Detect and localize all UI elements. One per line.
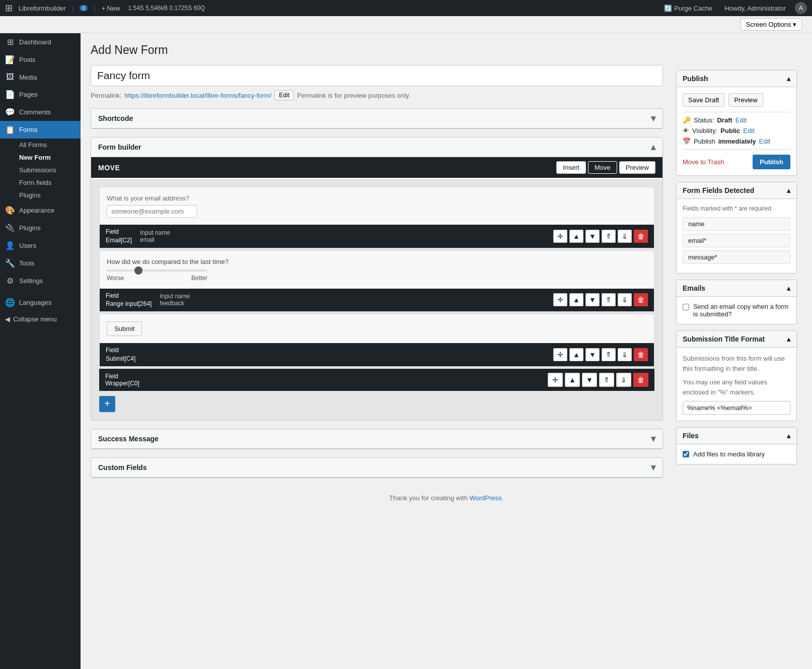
status-edit-link[interactable]: Edit: [735, 116, 747, 124]
email-delete-btn[interactable]: 🗑: [634, 230, 648, 243]
insert-button[interactable]: Insert: [556, 161, 586, 174]
sidebar-item-appearance[interactable]: 🎨 Appearance: [0, 202, 81, 219]
field-card-submit: Submit FieldSubmit[C4] ✛ ▲ ▼: [99, 314, 654, 367]
range-up-btn[interactable]: ▲: [569, 293, 583, 306]
files-header[interactable]: Files ▴: [677, 428, 796, 444]
wrapper-down-btn[interactable]: ▼: [582, 373, 597, 387]
submission-title-header[interactable]: Submission Title Format ▴: [677, 331, 796, 348]
sidebar-item-all-forms[interactable]: All Forms: [14, 139, 81, 151]
wp-logo-icon[interactable]: ⊞: [5, 3, 13, 14]
email-copy-checkbox[interactable]: [683, 304, 689, 310]
sidebar-item-new-form[interactable]: New Form: [14, 151, 81, 164]
email-up-btn[interactable]: ▲: [569, 230, 583, 243]
shortcode-title: Shortcode: [98, 114, 133, 122]
submit-top-btn[interactable]: ⇑: [602, 348, 616, 361]
custom-fields-title: Custom Fields: [98, 463, 146, 472]
range-top-btn[interactable]: ⇑: [602, 293, 616, 306]
submission-format-input[interactable]: [683, 401, 790, 415]
email-top-btn[interactable]: ⇑: [602, 230, 616, 243]
collapse-menu-btn[interactable]: ◀ Collapse menu: [0, 311, 81, 327]
add-field-button[interactable]: +: [99, 396, 115, 412]
range-delete-btn[interactable]: 🗑: [634, 293, 648, 306]
sidebar-item-settings[interactable]: ⚙ Settings: [0, 272, 81, 290]
sidebar-item-submissions[interactable]: Submissions: [14, 164, 81, 176]
email-move-btn[interactable]: ✛: [553, 230, 567, 243]
email-down-btn[interactable]: ▼: [585, 230, 600, 243]
move-button[interactable]: Move: [588, 161, 617, 174]
custom-fields-toggle-icon: ▾: [651, 462, 655, 473]
form-fields-detected-header[interactable]: Form Fields Detected ▴: [677, 182, 796, 199]
sidebar-label-forms: Forms: [19, 126, 38, 133]
sidebar-item-plugins[interactable]: 🔌 Plugins: [0, 219, 81, 237]
wrapper-top-btn[interactable]: ⇑: [599, 373, 614, 387]
sidebar-item-plugins-forms[interactable]: Plugins: [14, 189, 81, 202]
range-slider[interactable]: [107, 270, 207, 272]
sidebar-item-comments[interactable]: 💬 Comments: [0, 103, 81, 121]
sidebar-item-users[interactable]: 👤 Users: [0, 237, 81, 254]
sidebar-item-pages[interactable]: 📄 Pages: [0, 86, 81, 103]
files-checkbox[interactable]: [683, 451, 689, 457]
sidebar-item-tools[interactable]: 🔧 Tools: [0, 254, 81, 272]
emails-header[interactable]: Emails ▴: [677, 280, 796, 297]
new-content-btn[interactable]: + New: [102, 5, 120, 12]
success-message-header[interactable]: Success Message ▾: [91, 429, 662, 449]
wrapper-bottom-btn[interactable]: ⇓: [616, 373, 631, 387]
wrapper-up-btn[interactable]: ▲: [565, 373, 580, 387]
wrapper-delete-btn[interactable]: 🗑: [633, 373, 648, 387]
permalink-url[interactable]: https://libreformbuilder.local/libre-for…: [124, 92, 271, 99]
sidebar-label-appearance: Appearance: [19, 207, 54, 214]
form-fields-detected-title: Form Fields Detected: [683, 186, 754, 194]
save-draft-button[interactable]: Save Draft: [683, 93, 724, 107]
sidebar-item-media[interactable]: 🖼 Media: [0, 69, 81, 86]
files-body: Add files to media library: [677, 444, 796, 464]
submit-bottom-btn[interactable]: ⇓: [618, 348, 632, 361]
publish-button[interactable]: Publish: [753, 155, 790, 169]
permalink-edit-button[interactable]: Edit: [274, 90, 294, 100]
range-down-btn[interactable]: ▼: [585, 293, 600, 306]
preview-sm-button[interactable]: Preview: [728, 93, 763, 107]
detected-field-email: email*: [683, 234, 790, 247]
sidebar-item-posts[interactable]: 📝 Posts: [0, 51, 81, 69]
range-move-btn[interactable]: ✛: [553, 293, 567, 306]
submission-format-desc1: Submissions from this form will use this…: [683, 354, 790, 373]
screen-options-button[interactable]: Screen Options ▾: [741, 18, 802, 31]
move-to-trash-link[interactable]: Move to Trash: [683, 158, 724, 166]
visibility-edit-link[interactable]: Edit: [743, 127, 754, 135]
submit-up-btn[interactable]: ▲: [569, 348, 583, 361]
site-name[interactable]: Libreformbuilder: [19, 5, 66, 12]
form-title-input[interactable]: [91, 65, 663, 86]
email-field-input[interactable]: [107, 205, 197, 218]
sidebar-item-dashboard[interactable]: ⊞ Dashboard: [0, 33, 81, 51]
email-bottom-btn[interactable]: ⇓: [618, 230, 632, 243]
preview-button[interactable]: Preview: [619, 161, 655, 174]
visibility-value: Public: [720, 127, 740, 135]
admin-bar: ⊞ Libreformbuilder | 0 | + New 1.54S 5,5…: [0, 0, 812, 16]
screen-options-bar: Screen Options ▾: [0, 16, 812, 33]
publish-header[interactable]: Publish ▴: [677, 71, 796, 87]
email-field-controls: ✛ ▲ ▼ ⇑ ⇓ 🗑: [553, 230, 648, 243]
purge-cache-btn[interactable]: 🔄 Purge Cache: [664, 5, 712, 12]
submit-move-btn[interactable]: ✛: [553, 348, 567, 361]
publish-edit-link[interactable]: Edit: [759, 138, 770, 145]
sidebar-item-languages[interactable]: 🌐 Languages: [0, 294, 81, 311]
forms-icon: 📋: [5, 125, 15, 135]
sidebar-item-forms[interactable]: 📋 Forms: [0, 121, 81, 139]
dashboard-icon: ⊞: [5, 37, 15, 47]
submit-down-btn[interactable]: ▼: [585, 348, 600, 361]
sidebar-item-form-fields[interactable]: Form fields: [14, 176, 81, 189]
field-card-range: How did we do compared to the last time?…: [99, 250, 654, 312]
comments-count[interactable]: 0: [80, 5, 88, 11]
field-card-email: What is your email address? FieldEmail[C…: [99, 187, 654, 248]
range-input-name: Input name feedback: [160, 293, 190, 307]
custom-fields-metabox: Custom Fields ▾: [91, 457, 663, 478]
sidebar: ⊞ Dashboard 📝 Posts 🖼 Media 📄 Pages 💬 Co…: [0, 33, 81, 669]
form-builder-header[interactable]: Form builder ▴: [91, 138, 662, 157]
wrapper-move-btn[interactable]: ✛: [548, 373, 563, 387]
range-min-label: Worse: [107, 275, 124, 282]
custom-fields-header[interactable]: Custom Fields ▾: [91, 458, 662, 478]
footer-wp-link[interactable]: WordPress: [470, 494, 502, 502]
submit-delete-btn[interactable]: 🗑: [634, 348, 648, 361]
range-bottom-btn[interactable]: ⇓: [618, 293, 632, 306]
files-checkbox-row: Add files to media library: [683, 450, 790, 458]
shortcode-header[interactable]: Shortcode ▾: [91, 109, 662, 128]
